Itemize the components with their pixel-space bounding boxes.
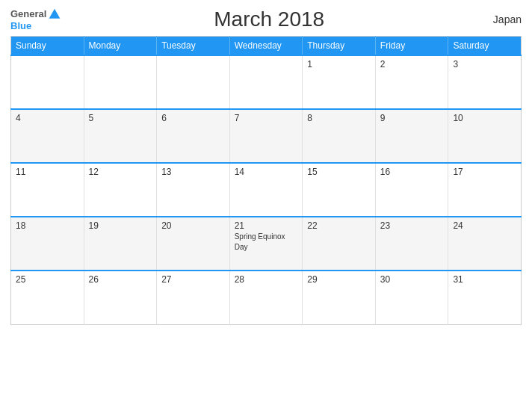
table-row: 29 xyxy=(303,271,376,324)
logo-icon xyxy=(48,7,61,21)
day-number: 2 xyxy=(380,59,444,69)
day-number: 12 xyxy=(89,167,152,177)
day-number: 4 xyxy=(16,113,79,123)
header-monday: Monday xyxy=(84,37,157,56)
country-label: Japan xyxy=(477,13,522,25)
week-row-2: 45678910 xyxy=(11,109,522,163)
day-number: 20 xyxy=(161,220,225,231)
weekday-header-row: Sunday Monday Tuesday Wednesday Thursday… xyxy=(11,37,522,56)
day-number: 13 xyxy=(161,167,225,177)
week-row-3: 11121314151617 xyxy=(11,163,522,217)
table-row: 27 xyxy=(157,271,230,324)
week-row-4: 18192021Spring Equinox Day222324 xyxy=(11,217,522,271)
day-number: 10 xyxy=(453,113,516,123)
week-row-5: 25262728293031 xyxy=(11,271,522,324)
table-row xyxy=(11,55,84,109)
day-number: 3 xyxy=(453,59,516,69)
day-number: 7 xyxy=(235,113,298,123)
calendar-page: General Blue March 2018 Japan Sunday Mon… xyxy=(0,0,532,411)
table-row: 19 xyxy=(84,217,157,271)
table-row xyxy=(84,55,157,109)
day-number: 25 xyxy=(16,274,79,285)
logo-general-text: General xyxy=(10,9,46,19)
table-row: 15 xyxy=(303,163,376,217)
day-number: 28 xyxy=(235,274,298,285)
table-row: 1 xyxy=(303,55,376,109)
day-number: 24 xyxy=(453,220,516,231)
day-number: 18 xyxy=(16,220,79,231)
day-number: 8 xyxy=(307,113,371,123)
table-row: 3 xyxy=(448,55,522,109)
table-row: 4 xyxy=(11,109,84,163)
header-thursday: Thursday xyxy=(303,37,376,56)
day-number: 21 xyxy=(235,220,298,231)
table-row: 28 xyxy=(229,271,303,324)
day-number: 26 xyxy=(89,274,152,285)
day-number: 29 xyxy=(307,274,371,285)
day-number: 17 xyxy=(453,167,516,177)
day-number: 30 xyxy=(380,274,444,285)
day-number: 5 xyxy=(89,113,152,123)
header-sunday: Sunday xyxy=(11,37,84,56)
table-row: 31 xyxy=(448,271,522,324)
table-row: 16 xyxy=(375,163,448,217)
table-row: 24 xyxy=(448,217,522,271)
table-row: 30 xyxy=(375,271,448,324)
day-number: 14 xyxy=(235,167,298,177)
table-row: 17 xyxy=(448,163,522,217)
day-number: 16 xyxy=(380,167,444,177)
table-row: 13 xyxy=(157,163,230,217)
table-row: 23 xyxy=(375,217,448,271)
day-event: Spring Equinox Day xyxy=(235,232,285,251)
calendar-table: Sunday Monday Tuesday Wednesday Thursday… xyxy=(10,36,522,325)
calendar-title: March 2018 xyxy=(61,7,477,31)
table-row: 12 xyxy=(84,163,157,217)
day-number: 1 xyxy=(307,59,371,69)
svg-marker-0 xyxy=(49,9,61,19)
table-row: 7 xyxy=(229,109,303,163)
day-number: 22 xyxy=(307,220,371,231)
table-row: 22 xyxy=(303,217,376,271)
day-number: 11 xyxy=(16,167,79,177)
table-row xyxy=(157,55,230,109)
table-row: 8 xyxy=(303,109,376,163)
table-row xyxy=(229,55,303,109)
logo-blue-text: Blue xyxy=(10,21,31,31)
table-row: 11 xyxy=(11,163,84,217)
table-row: 18 xyxy=(11,217,84,271)
header-wednesday: Wednesday xyxy=(229,37,303,56)
day-number: 15 xyxy=(307,167,371,177)
table-row: 20 xyxy=(157,217,230,271)
header-friday: Friday xyxy=(375,37,448,56)
day-number: 6 xyxy=(161,113,225,123)
table-row: 2 xyxy=(375,55,448,109)
table-row: 10 xyxy=(448,109,522,163)
table-row: 6 xyxy=(157,109,230,163)
day-number: 23 xyxy=(380,220,444,231)
day-number: 27 xyxy=(161,274,225,285)
header-saturday: Saturday xyxy=(448,37,522,56)
table-row: 9 xyxy=(375,109,448,163)
table-row: 14 xyxy=(229,163,303,217)
table-row: 26 xyxy=(84,271,157,324)
week-row-1: 123 xyxy=(11,55,522,109)
table-row: 25 xyxy=(11,271,84,324)
table-row: 21Spring Equinox Day xyxy=(229,217,303,271)
header-tuesday: Tuesday xyxy=(157,37,230,56)
day-number: 31 xyxy=(453,274,516,285)
day-number: 19 xyxy=(89,220,152,231)
day-number: 9 xyxy=(380,113,444,123)
table-row: 5 xyxy=(84,109,157,163)
header: General Blue March 2018 Japan xyxy=(10,7,522,31)
logo: General Blue xyxy=(10,7,61,31)
